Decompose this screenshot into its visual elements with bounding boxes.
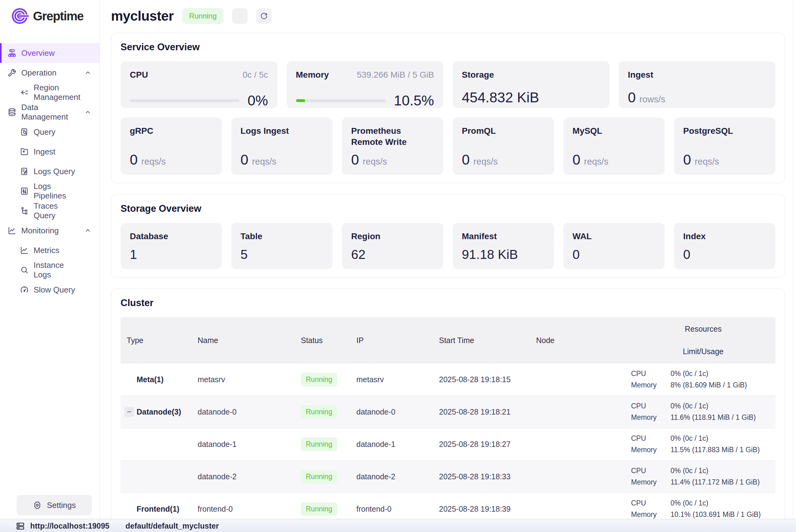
stat-card: Region 62 <box>342 223 443 269</box>
protocol-value: 0 <box>572 153 581 167</box>
header-cell-ip: IP <box>356 336 439 345</box>
protocol-label: Prometheus Remote Write <box>351 126 434 148</box>
table-row[interactable]: − Meta(1) metasrv Running metasrv 2025-0… <box>120 363 775 396</box>
stat-value: 91.18 KiB <box>462 248 545 261</box>
row-status-badge: Running <box>301 502 337 516</box>
gear-icon <box>33 500 42 510</box>
sidebar-item[interactable]: Ingest <box>0 142 99 162</box>
ingest-label: Ingest <box>628 69 653 80</box>
memory-row-value: 11.4% (117.172 MiB / 1 GiB) <box>670 478 760 487</box>
sidebar-item-icon <box>20 206 29 215</box>
refresh-button[interactable] <box>256 8 271 24</box>
row-status-badge: Running <box>301 373 337 386</box>
service-overview-section: Service Overview CPU 0c / 5c 0% Memory 5… <box>111 33 785 183</box>
memory-row-label: Memory <box>631 510 670 519</box>
table-row[interactable]: − datanode-2 Running datanode-2 2025-08-… <box>120 460 775 493</box>
storage-label: Storage <box>462 69 494 80</box>
header-cell-name: Name <box>197 336 301 345</box>
protocol-value: 0 <box>351 153 359 167</box>
sidebar-item-icon <box>20 285 29 294</box>
storage-card: Storage 454.832 KiB <box>453 61 609 108</box>
brand-name: Greptime <box>33 9 83 23</box>
protocol-card: gRPC 0 reqs/s <box>120 117 222 175</box>
cluster-title: Cluster <box>120 298 775 308</box>
sidebar-item[interactable]: Metrics <box>0 241 99 260</box>
sidebar-item[interactable]: Monitoring <box>0 221 99 241</box>
sidebar-item-label: Data Management <box>21 103 79 122</box>
cell-status: Running <box>301 470 356 483</box>
protocol-label: MySQL <box>572 126 656 136</box>
sidebar-nav: Overview Operation Region Management Dat… <box>0 43 99 300</box>
cpu-row-value: 0% (0c / 1c) <box>670 467 708 475</box>
table-row[interactable]: − Datanode(3) datanode-0 Running datanod… <box>120 396 775 428</box>
sidebar-item[interactable]: Data Management <box>0 102 99 122</box>
sidebar-item-label: Ingest <box>34 147 56 156</box>
cell-resources: CPU 0% (0c / 1c) Memory 11.5% (117.883 M… <box>631 434 775 454</box>
sidebar-item-icon <box>20 187 29 196</box>
sidebar-item-label: Logs Query <box>34 167 75 176</box>
sidebar-item[interactable]: Query <box>0 122 99 142</box>
row-status-badge: Running <box>301 470 337 483</box>
protocol-card: Prometheus Remote Write 0 reqs/s <box>342 117 443 175</box>
protocol-unit: reqs/s <box>363 156 387 167</box>
stat-value: 1 <box>130 248 213 261</box>
cell-status: Running <box>301 373 356 386</box>
sidebar-item[interactable]: Traces Query <box>0 201 99 221</box>
sidebar-item-label: Operation <box>21 68 56 78</box>
protocol-value: 0 <box>130 153 138 167</box>
statusbar-database: default/default_mycluster <box>126 521 219 530</box>
cluster-status-badge: Running <box>182 8 223 24</box>
sidebar-item[interactable]: Operation <box>0 63 99 82</box>
protocol-unit: reqs/s <box>584 156 609 167</box>
protocol-unit: reqs/s <box>474 156 498 167</box>
memory-row-value: 10.1% (103.691 MiB / 1 GiB) <box>670 510 761 519</box>
sidebar-item[interactable]: Logs Pipelines <box>0 181 99 201</box>
collapse-button[interactable]: − <box>124 407 134 417</box>
cpu-card: CPU 0c / 5c 0% <box>120 61 278 108</box>
page-title: mycluster <box>111 8 174 24</box>
sidebar-item-label: Metrics <box>34 246 59 255</box>
cell-status: Running <box>301 437 356 451</box>
chevron-up-icon[interactable] <box>84 109 92 116</box>
cpu-row-label: CPU <box>631 402 670 410</box>
memory-label: Memory <box>296 69 329 80</box>
stat-value: 62 <box>351 248 434 261</box>
cell-resources: CPU 0% (0c / 1c) Memory 11.6% (118.91 Mi… <box>631 402 775 422</box>
stat-value: 0 <box>572 248 656 261</box>
cell-type: Frontend(1) <box>120 505 197 513</box>
cpu-row-label: CPU <box>631 369 670 378</box>
memory-limit: 539.266 MiB / 5 GiB <box>357 70 434 80</box>
cell-name: datanode-1 <box>197 440 301 449</box>
sidebar-item-label: Query <box>34 127 56 137</box>
sidebar-item[interactable]: Region Management <box>0 82 99 102</box>
stat-label: Index <box>683 231 766 242</box>
scrollbar-track[interactable] <box>793 0 793 520</box>
chevron-up-icon[interactable] <box>84 227 92 234</box>
sidebar-item-label: Slow Query <box>34 285 75 294</box>
protocol-label: Logs Ingest <box>241 126 323 136</box>
greptime-logo-icon <box>11 7 29 25</box>
cpu-row-value: 0% (0c / 1c) <box>670 499 708 507</box>
table-row[interactable]: − datanode-1 Running datanode-1 2025-08-… <box>120 428 775 460</box>
chevron-up-icon[interactable] <box>84 69 92 76</box>
server-icon <box>15 521 25 531</box>
memory-row-label: Memory <box>631 446 670 454</box>
memory-row-label: Memory <box>631 478 670 487</box>
settings-button[interactable]: Settings <box>17 495 92 515</box>
sidebar-item[interactable]: Slow Query <box>0 280 99 300</box>
cluster-table-body: − Meta(1) metasrv Running metasrv 2025-0… <box>120 363 775 525</box>
memory-row-label: Memory <box>631 413 670 422</box>
sidebar-item-icon <box>7 108 17 117</box>
cell-start-time: 2025-08-28 19:18:27 <box>439 440 536 449</box>
sidebar-item[interactable]: Instance Logs <box>0 260 99 280</box>
blank-button[interactable] <box>232 8 248 24</box>
cell-start-time: 2025-08-28 19:18:15 <box>439 375 536 384</box>
cpu-label: CPU <box>130 69 148 80</box>
protocol-value: 0 <box>683 153 691 167</box>
stat-label: WAL <box>572 231 656 242</box>
sidebar-item[interactable]: Overview <box>0 43 99 63</box>
protocol-cards: gRPC 0 reqs/s Logs Ingest 0 reqs/s Pro <box>120 117 775 175</box>
sidebar-item[interactable]: Logs Query <box>0 162 99 181</box>
sidebar-item-icon <box>20 147 29 156</box>
memory-row-value: 11.6% (118.91 MiB / 1 GiB) <box>670 413 756 422</box>
